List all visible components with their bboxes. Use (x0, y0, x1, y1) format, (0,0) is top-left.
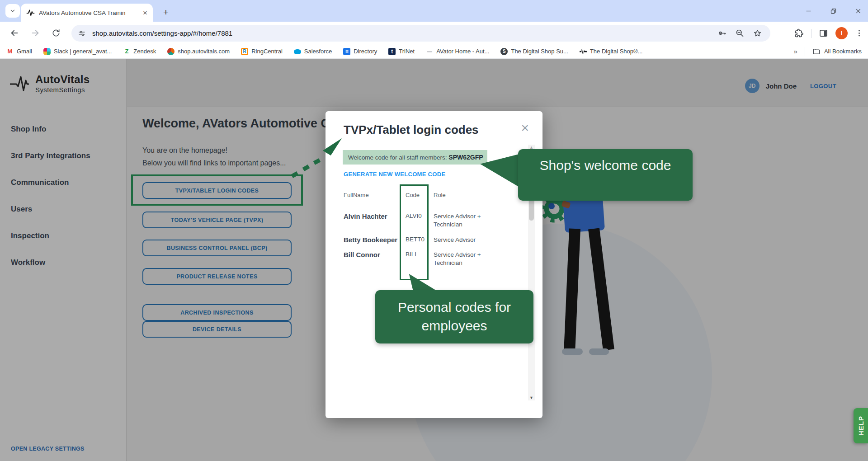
shop-welcome-code-callout: Shop's welcome code (518, 149, 693, 201)
pulse-icon (26, 9, 35, 17)
new-tab-button[interactable] (159, 5, 173, 19)
bookmark-favicon (167, 48, 175, 55)
scroll-down-icon[interactable] (528, 395, 535, 400)
bookmarks-divider (805, 47, 805, 56)
bookmark-item[interactable]: Directory (343, 48, 377, 55)
side-panel-icon[interactable] (819, 28, 828, 38)
bookmark-favicon (6, 48, 14, 55)
reload-icon[interactable] (49, 26, 63, 40)
staff-name: Betty Bookeeper (344, 236, 406, 244)
bookmark-favicon (294, 49, 301, 54)
table-row: Betty Bookeeper BETT0 Service Advisor (344, 236, 521, 244)
bookmark-item[interactable]: The Digital Shop®... (580, 48, 643, 55)
zoom-icon[interactable] (735, 28, 745, 38)
generate-code-link[interactable]: GENERATE NEW WELCOME CODE (344, 171, 445, 178)
modal-title: TVPx/Tablet login codes (344, 123, 479, 137)
help-button[interactable]: HELP (854, 408, 868, 443)
personal-codes-callout: Personal codes for employees (375, 290, 533, 343)
welcome-code-value: SPW62GFP (448, 154, 483, 161)
url-bar[interactable]: shop.autovitals.com/settings-app/#/home/… (71, 25, 770, 42)
bookmark-item[interactable]: TriNet (388, 48, 415, 55)
browser-titlebar: AVators Automotive CSA Trainin (0, 0, 868, 22)
chrome-menu-icon[interactable] (855, 29, 863, 38)
bookmark-favicon (123, 48, 130, 55)
profile-avatar[interactable]: I (835, 27, 848, 39)
bookmark-favicon (343, 48, 350, 55)
bookmark-item[interactable]: shop.autovitals.com (167, 48, 230, 55)
bookmark-favicon (241, 48, 248, 55)
window-close-icon[interactable] (855, 8, 862, 14)
table-row: Bill Connor BILL Service Advisor + Techn… (344, 251, 521, 267)
annotation-code-column-highlight (400, 184, 429, 280)
staff-name: Bill Connor (344, 251, 406, 267)
bookmarks-bar: Gmail Slack | general_avat... Zendesk sh… (0, 44, 868, 59)
bookmark-item[interactable]: RingCentral (241, 48, 283, 55)
bookmarks-overflow-icon[interactable] (794, 47, 797, 55)
site-settings-icon[interactable] (78, 29, 86, 38)
bookmark-favicon (580, 48, 587, 55)
app-page: JD John Doe LOGOUT AutoVitals SystemSett… (0, 59, 868, 461)
bookmark-item[interactable]: Salesforce (294, 48, 332, 55)
forward-icon[interactable] (28, 26, 42, 40)
staff-codes-table: FullName Code Role Alvin Hachter ALVI0 S… (344, 192, 521, 267)
back-icon[interactable] (7, 26, 22, 40)
bookmark-favicon (43, 48, 51, 55)
folder-icon (812, 47, 821, 56)
bookmark-item[interactable]: Slack | general_avat... (43, 48, 112, 55)
bookmark-item[interactable]: The Digital Shop Su... (500, 48, 568, 55)
browser-tab[interactable]: AVators Automotive CSA Trainin (21, 4, 153, 22)
bookmark-item[interactable]: Gmail (6, 48, 32, 55)
table-header-row: FullName Code Role (344, 192, 521, 205)
bookmark-item[interactable]: AVator Home - Aut... (426, 48, 489, 55)
bookmark-star-icon[interactable] (753, 28, 762, 38)
table-row: Alvin Hachter ALVI0 Service Advisor + Te… (344, 212, 521, 229)
bookmark-favicon (426, 48, 433, 55)
staff-name: Alvin Hachter (344, 212, 406, 229)
staff-role: Service Advisor (434, 236, 506, 244)
bookmark-item[interactable]: Zendesk (123, 48, 156, 55)
annotation-button-highlight (131, 174, 303, 206)
password-key-icon[interactable] (717, 28, 727, 38)
extensions-icon[interactable] (794, 28, 804, 38)
toolbar-divider (811, 29, 811, 38)
all-bookmarks-button[interactable]: All Bookmarks (812, 47, 862, 56)
staff-role: Service Advisor + Technician (434, 212, 506, 229)
tab-close-icon[interactable] (143, 9, 147, 17)
bookmark-favicon (500, 48, 508, 55)
tab-title: AVators Automotive CSA Trainin (39, 9, 126, 16)
window-restore-icon[interactable] (830, 8, 837, 14)
modal-close-icon[interactable] (521, 121, 529, 135)
welcome-code-banner: Welcome code for all staff members: SPW6… (343, 150, 487, 165)
window-minimize-icon[interactable] (805, 8, 812, 14)
url-text[interactable]: shop.autovitals.com/settings-app/#/home/… (92, 29, 717, 37)
tab-search-chevron-icon[interactable] (5, 4, 20, 18)
staff-role: Service Advisor + Technician (434, 251, 506, 267)
bookmark-favicon (388, 48, 396, 55)
